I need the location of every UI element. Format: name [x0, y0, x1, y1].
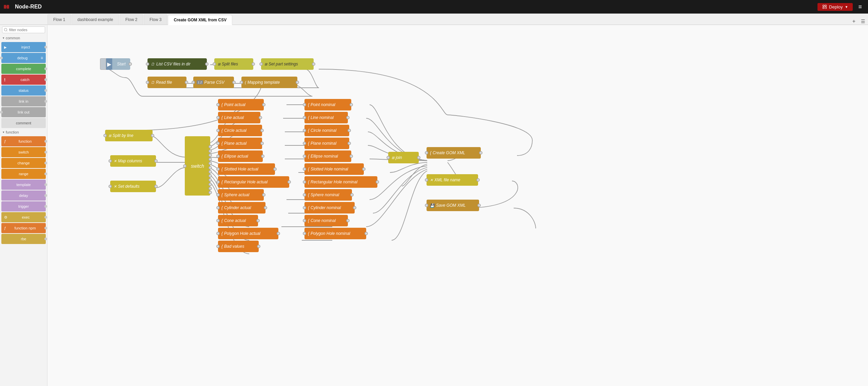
point-actual-port-right	[262, 103, 265, 106]
cylinder-nominal-label: Cylinder nominal	[311, 205, 341, 210]
flow-node-split-files[interactable]: ⊞ Split files	[214, 58, 253, 70]
flow-node-polygon-hole-actual[interactable]: {Polygon Hole actual	[218, 228, 278, 239]
switch-port-r11	[209, 187, 212, 190]
sidebar-node-rbe[interactable]: rbe	[1, 234, 46, 244]
sidebar-node-comment[interactable]: comment	[1, 118, 46, 128]
flow-node-bad-values[interactable]: {Bad values	[218, 241, 259, 252]
tab-create-gom[interactable]: Create GOM XML from CSV	[168, 15, 232, 25]
sidebar-node-delay[interactable]: delay	[1, 190, 46, 201]
map-columns-port-right	[154, 159, 158, 163]
ellipse-nominal-label: Ellipse nominal	[311, 154, 338, 159]
port-right-exec	[44, 216, 47, 219]
slotted-hole-actual-port-left	[216, 167, 220, 171]
start-node-group: ▶ Start	[100, 58, 130, 70]
flow-node-sphere-actual[interactable]: {Sphere actual	[218, 189, 264, 201]
flow-node-list-csv[interactable]: 🗋 List CSV files in dir	[147, 58, 207, 70]
sidebar: ▾ common ▶ inject debug ≡ complete ! cat…	[0, 25, 47, 386]
set-defaults-label: Set defaults	[118, 184, 139, 189]
tab-flow1[interactable]: Flow 1	[47, 14, 71, 24]
flow-node-save-gom-xml[interactable]: 💾 Save GOM XML	[427, 200, 479, 211]
bad-values-port-left	[216, 245, 220, 248]
flow-node-create-gom-xml[interactable]: {Create GOM XML	[427, 147, 481, 159]
line-nominal-label: Line nominal	[311, 115, 334, 120]
flow-node-split-by-line[interactable]: ⊞ Split by line	[105, 130, 153, 141]
sidebar-node-debug[interactable]: debug ≡	[1, 53, 46, 63]
section-function-label: function	[6, 130, 19, 134]
flow-node-slotted-hole-nominal[interactable]: {Slotted Hole nominal	[304, 163, 364, 175]
sidebar-node-exec[interactable]: ⚙ exec	[1, 212, 46, 222]
port-right-rbe	[44, 238, 47, 240]
flow-node-circle-nominal[interactable]: {Circle nominal	[304, 125, 349, 136]
flow-node-plane-actual[interactable]: {Plane actual	[218, 138, 262, 149]
flow-node-map-columns[interactable]: ✕ Map columns	[110, 155, 156, 167]
tab-flow2[interactable]: Flow 2	[120, 14, 143, 24]
sidebar-node-link-out[interactable]: link out	[1, 107, 46, 117]
deploy-button[interactable]: Deploy ▼	[817, 3, 853, 11]
cone-nominal-port-left	[303, 219, 306, 222]
mapping-template-label: Mapping template	[248, 80, 280, 85]
port-right-catch	[44, 78, 47, 81]
flow-node-set-defaults[interactable]: ✕ Set defaults	[110, 181, 156, 192]
tab-menu-button[interactable]: ☰	[858, 19, 868, 24]
flow-node-join[interactable]: ⊞ join	[388, 152, 419, 163]
flow-node-rect-hole-actual[interactable]: {Rectangular Hole actual	[218, 176, 289, 188]
main-menu-button[interactable]: ≡	[855, 2, 865, 12]
port-right-change	[44, 162, 47, 164]
flow-node-switch-big[interactable]: switch	[185, 136, 210, 196]
plane-actual-port-left	[216, 142, 220, 145]
flow-node-cylinder-actual[interactable]: {Cylinder actual	[218, 202, 265, 214]
flow-node-polygon-hole-nominal[interactable]: {Polygon Hole nominal	[304, 228, 366, 239]
section-function[interactable]: ▾ function	[0, 129, 47, 136]
flow-node-slotted-hole-actual[interactable]: {Slotted Hole actual	[218, 163, 275, 175]
sidebar-node-function[interactable]: ƒ function	[1, 136, 46, 146]
flow-node-plane-nominal[interactable]: {Plane nominal	[304, 138, 349, 149]
deploy-dropdown-icon[interactable]: ▼	[845, 5, 848, 9]
flow-node-xml-file-name[interactable]: ✕ XML file name	[427, 174, 478, 186]
split-files-port-right	[252, 62, 255, 66]
sidebar-node-trigger[interactable]: trigger	[1, 201, 46, 211]
ellipse-actual-label: Ellipse actual	[224, 154, 248, 159]
tab-flow3[interactable]: Flow 3	[144, 14, 167, 24]
flow-node-mapping-template[interactable]: { Mapping template	[241, 77, 297, 88]
plane-nominal-label: Plane nominal	[311, 141, 336, 146]
cone-actual-port-left	[216, 219, 220, 222]
sidebar-node-template[interactable]: template	[1, 180, 46, 190]
flow-node-sphere-nominal[interactable]: {Sphere nominal	[304, 189, 352, 201]
flow-node-cylinder-nominal[interactable]: {Cylinder nominal	[304, 202, 355, 214]
flow-node-line-actual[interactable]: {Line actual	[218, 112, 260, 123]
section-common[interactable]: ▾ common	[0, 35, 47, 41]
canvas-scroll[interactable]: .wire { fill: none; stroke: #999; stroke…	[47, 25, 868, 386]
flow-node-start[interactable]: Start	[112, 58, 130, 70]
flow-node-point-actual[interactable]: {Point actual	[218, 99, 264, 110]
flow-node-ellipse-nominal[interactable]: {Ellipse nominal	[304, 150, 351, 162]
port-right-function	[44, 140, 47, 143]
flow-node-line-nominal[interactable]: {Line nominal	[304, 112, 348, 123]
flow-node-cone-actual[interactable]: {Cone actual	[218, 215, 258, 226]
sidebar-node-status[interactable]: status	[1, 85, 46, 96]
sidebar-node-range[interactable]: range	[1, 169, 46, 179]
sphere-nominal-label: Sphere nominal	[311, 192, 339, 197]
flow-node-set-part[interactable]: ⊞ Set part settings	[261, 58, 314, 70]
circle-actual-port-left	[216, 129, 220, 132]
tab-dashboard[interactable]: dashboard example	[72, 14, 119, 24]
flow-node-cone-nominal[interactable]: {Cone nominal	[304, 215, 348, 226]
add-tab-button[interactable]: +	[850, 18, 858, 24]
polygon-hole-nominal-label: Polygon Hole nominal	[311, 231, 350, 236]
flow-node-rect-hole-nominal[interactable]: {Rectangular Hole nominal	[304, 176, 377, 188]
filter-nodes-input[interactable]	[2, 26, 45, 33]
flow-node-circle-actual[interactable]: {Circle actual	[218, 125, 262, 136]
sidebar-node-catch[interactable]: ! catch	[1, 75, 46, 85]
flow-node-point-nominal[interactable]: {Point nominal	[304, 99, 351, 110]
sidebar-node-inject[interactable]: ▶ inject	[1, 42, 46, 52]
flow-node-ellipse-actual[interactable]: {Ellipse actual	[218, 150, 263, 162]
sidebar-node-link-in[interactable]: link in	[1, 96, 46, 106]
sidebar-node-complete[interactable]: complete	[1, 64, 46, 74]
sidebar-node-function-npm[interactable]: ƒ function npm	[1, 223, 46, 233]
sidebar-node-change[interactable]: change	[1, 158, 46, 168]
sidebar-node-switch[interactable]: switch	[1, 147, 46, 157]
flow-node-read-file[interactable]: 🗋 Read file	[147, 77, 186, 88]
flow-node-parse-csv[interactable]: 1.2 Parse CSV	[193, 77, 234, 88]
slotted-hole-nominal-port-right	[362, 167, 366, 171]
cylinder-nominal-port-right	[353, 206, 356, 209]
create-gom-xml-port-left	[425, 151, 428, 155]
